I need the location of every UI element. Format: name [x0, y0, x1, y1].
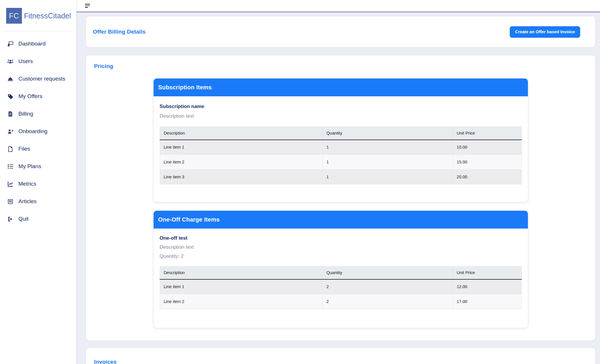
sidebar-item-label: My Plans — [18, 163, 41, 170]
cell-unit-price: 10.00 — [453, 140, 521, 155]
brand-logo[interactable]: FC FitnessCitadel — [6, 8, 76, 24]
table-row: Line item 3 1 20.00 — [160, 170, 521, 184]
subscription-items-header: Subscription Items — [154, 79, 528, 96]
sidebar-item-label: Dashboard — [18, 41, 46, 47]
table-row: Line item 1 1 10.00 — [160, 140, 521, 155]
newspaper-icon — [7, 198, 13, 205]
cell-unit-price: 20.00 — [453, 170, 521, 184]
sidebar-item-label: Billing — [18, 111, 33, 117]
one-off-name: One-off test — [160, 235, 522, 241]
cell-description: Line item 2 — [160, 155, 323, 170]
sidebar-item-label: Customer requests — [18, 76, 65, 82]
table-row: Line item 2 2 17.00 — [160, 294, 521, 309]
pricing-card: Pricing Subscription Items Subscription … — [86, 55, 596, 341]
table-header: Description Quantity Unit Price — [160, 267, 521, 279]
subscription-items-body: Subscription name Description text Descr… — [154, 96, 528, 202]
offer-billing-details-card: Offer Billing Details Create an Offer ba… — [86, 16, 596, 48]
user-plus-icon — [7, 128, 13, 135]
one-off-description: Description text — [160, 244, 522, 250]
sidebar-item-label: Users — [18, 58, 33, 65]
sidebar-item-files[interactable]: Files — [0, 140, 76, 158]
cell-quantity: 1 — [323, 170, 453, 184]
invoices-card: Invoices — [86, 347, 596, 364]
column-header-quantity: Quantity — [323, 127, 453, 140]
brand-name: FitnessCitadel — [24, 12, 71, 20]
sidebar-item-my-offers[interactable]: My Offers — [0, 88, 76, 105]
table-row: Line item 2 1 15.00 — [160, 155, 521, 170]
users-icon — [7, 58, 13, 65]
tag-icon — [7, 93, 13, 100]
sidebar-item-dashboard[interactable]: Dashboard — [0, 35, 76, 53]
cell-description: Line item 2 — [160, 294, 323, 309]
cell-quantity: 2 — [323, 279, 453, 294]
cell-unit-price: 17.00 — [453, 294, 521, 309]
one-off-items-body: One-off test Description text Quantity: … — [154, 229, 528, 328]
sidebar-item-label: My Offers — [18, 93, 42, 100]
cell-unit-price: 15.00 — [453, 155, 521, 170]
sidebar-item-my-plans[interactable]: My Plans — [0, 158, 76, 175]
create-offer-invoice-button[interactable]: Create an Offer based Invoice — [510, 26, 580, 38]
sidebar-item-metrics[interactable]: Metrics — [0, 175, 76, 193]
sidebar-item-users[interactable]: Users — [0, 53, 76, 70]
main-area: Offer Billing Details Create an Offer ba… — [76, 0, 600, 364]
column-header-unit-price: Unit Price — [453, 267, 521, 279]
content-scroll-area[interactable]: Offer Billing Details Create an Offer ba… — [76, 12, 600, 364]
cell-description: Line item 3 — [160, 170, 323, 184]
cell-description: Line item 1 — [160, 140, 323, 155]
cell-quantity: 1 — [323, 140, 453, 155]
page-title: Offer Billing Details — [93, 29, 146, 35]
one-off-items-table: Description Quantity Unit Price Line ite… — [160, 266, 522, 309]
brand-badge: FC — [6, 8, 22, 24]
sidebar-item-label: Files — [18, 146, 30, 152]
one-off-charge-items-header: One-Off Charge Items — [154, 211, 528, 229]
sign-out-icon — [7, 216, 13, 222]
cell-quantity: 2 — [323, 294, 453, 309]
app-root: FC FitnessCitadel Dashboard Users — [0, 0, 600, 364]
column-header-description: Description — [160, 127, 323, 140]
sidebar-item-label: Articles — [18, 198, 36, 205]
hamburger-menu-icon[interactable] — [85, 4, 90, 8]
one-off-quantity: Quantity: 2 — [160, 253, 522, 259]
subscription-description: Description text — [160, 113, 522, 119]
sidebar-item-quit[interactable]: Quit — [0, 210, 76, 228]
sidebar-item-label: Quit — [18, 216, 29, 222]
table-row: Line item 1 2 12.00 — [160, 279, 521, 294]
column-header-quantity: Quantity — [323, 267, 453, 279]
column-header-description: Description — [160, 267, 323, 279]
sidebar-item-customer-requests[interactable]: Customer requests — [0, 70, 76, 88]
sidebar-item-label: Metrics — [18, 181, 36, 187]
file-invoice-icon — [7, 111, 13, 117]
subscription-items-table: Description Quantity Unit Price Line ite… — [160, 127, 522, 184]
column-header-unit-price: Unit Price — [453, 127, 521, 140]
bell-concierge-icon — [7, 76, 13, 82]
dashboard-icon — [7, 41, 13, 47]
topbar — [76, 0, 600, 12]
one-off-charge-items-card: One-Off Charge Items One-off test Descri… — [153, 210, 528, 328]
file-icon — [7, 146, 13, 152]
sidebar-item-onboarding[interactable]: Onboarding — [0, 123, 76, 140]
sidebar-item-articles[interactable]: Articles — [0, 193, 76, 210]
list-check-icon — [7, 163, 13, 170]
sidebar-item-label: Onboarding — [18, 128, 47, 135]
subscription-name: Subscription name — [160, 104, 522, 109]
invoices-title: Invoices — [94, 359, 117, 364]
table-header: Description Quantity Unit Price — [160, 127, 521, 140]
sidebar-item-billing[interactable]: Billing — [0, 105, 76, 123]
chart-line-icon — [7, 181, 13, 187]
sidebar: FC FitnessCitadel Dashboard Users — [0, 0, 76, 364]
pricing-title: Pricing — [86, 63, 595, 69]
sidebar-nav: Dashboard Users Customer requests My Off… — [0, 31, 76, 228]
cell-unit-price: 12.00 — [453, 279, 521, 294]
cell-description: Line item 1 — [160, 279, 323, 294]
subscription-items-card: Subscription Items Subscription name Des… — [153, 78, 528, 202]
cell-quantity: 1 — [323, 155, 453, 170]
